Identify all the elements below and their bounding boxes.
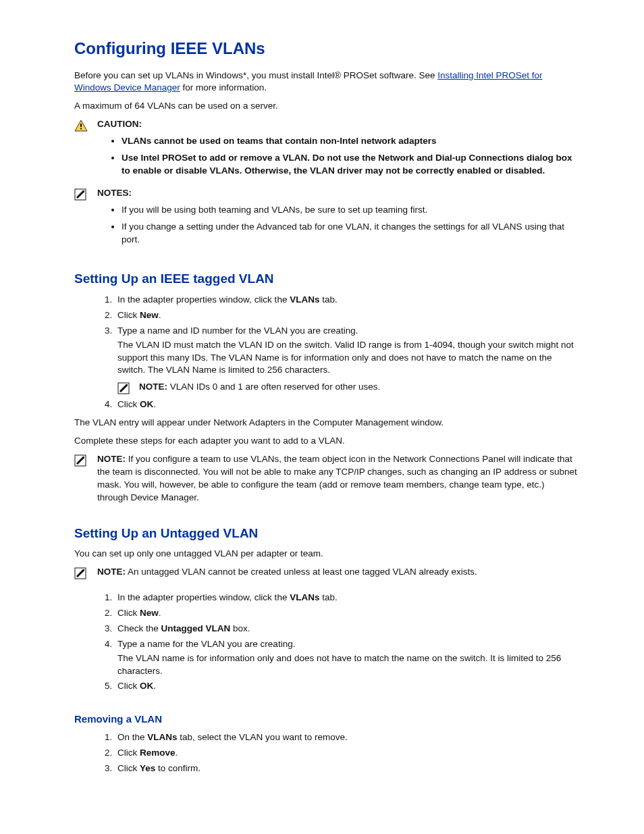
text: Click [117, 763, 140, 773]
text: Type a name and ID number for the VLAN y… [117, 325, 358, 336]
text: Click [117, 748, 140, 758]
note-label: NOTE: [97, 567, 126, 577]
max-vlans-text: A maximum of 64 VLANs can be used on a s… [74, 100, 578, 113]
list-item: If you change a setting under the Advanc… [122, 221, 578, 246]
text: Remove [140, 748, 176, 758]
note-icon [74, 566, 92, 579]
text: Click [117, 399, 140, 409]
inline-note: NOTE: VLAN IDs 0 and 1 are often reserve… [117, 381, 578, 394]
notes-callout: NOTES: If you will be using both teaming… [74, 187, 578, 251]
list-item: Use Intel PROSet to add or remove a VLAN… [122, 152, 578, 178]
list-item: VLANs cannot be used on teams that conta… [122, 135, 578, 148]
page-title: Configuring IEEE VLANs [74, 37, 578, 60]
text: . [153, 681, 156, 691]
list-item: Click Remove. [115, 747, 578, 760]
note-label: NOTE: [139, 382, 167, 392]
note-icon [74, 187, 92, 201]
list-item: Type a name and ID number for the VLAN y… [115, 325, 578, 395]
text: New [140, 310, 159, 320]
caution-icon [74, 118, 92, 132]
text: The VLAN name is for information only an… [117, 652, 578, 678]
text: VLANs [147, 732, 177, 742]
list-item: Type a name for the VLAN you are creatin… [115, 638, 578, 678]
text: for more information. [180, 82, 267, 93]
text: New [140, 608, 159, 618]
caution-callout: CAUTION: VLANs cannot be used on teams t… [74, 118, 578, 182]
text: Check the [117, 623, 161, 633]
text: Before you can set up VLANs in Windows*,… [74, 70, 437, 80]
text: Yes [140, 763, 155, 773]
note-icon [117, 381, 134, 394]
text: An untagged VLAN cannot be created unles… [126, 567, 477, 577]
text: Use Intel PROSet to add or remove a VLAN… [122, 153, 572, 176]
untagged-note-callout: NOTE: An untagged VLAN cannot be created… [74, 566, 578, 579]
text: The VLAN ID must match the VLAN ID on th… [117, 339, 578, 377]
team-note-callout: NOTE: If you configure a team to use VLA… [74, 453, 578, 504]
list-item: In the adapter properties window, click … [115, 294, 578, 307]
svg-rect-1 [80, 124, 82, 127]
list-item: On the VLANs tab, select the VLAN you wa… [115, 731, 578, 744]
list-item: Click New. [115, 607, 578, 620]
list-item: Click OK. [115, 680, 578, 693]
text: . [159, 608, 161, 618]
list-item: Check the Untagged VLAN box. [115, 623, 578, 635]
caution-label: CAUTION: [97, 119, 142, 129]
caution-list: VLANs cannot be used on teams that conta… [97, 135, 578, 178]
text: . [176, 748, 178, 758]
list-item: In the adapter properties window, click … [115, 592, 578, 604]
heading-tagged-vlan: Setting Up an IEEE tagged VLAN [74, 270, 578, 288]
untagged-steps: In the adapter properties window, click … [74, 592, 578, 693]
text: VLAN IDs 0 and 1 are often reserved for … [167, 382, 380, 392]
list-item: Click New. [115, 309, 578, 322]
list-item: Click OK. [115, 398, 578, 411]
text: On the [117, 732, 147, 742]
text: Click [117, 310, 140, 320]
text: In the adapter properties window, click … [117, 592, 290, 602]
text: VLANs [290, 592, 319, 602]
text: You can set up only one untagged VLAN pe… [74, 548, 578, 561]
text: . [153, 399, 156, 409]
text: to confirm. [155, 763, 200, 773]
text: box. [230, 623, 250, 633]
heading-untagged-vlan: Setting Up an Untagged VLAN [74, 525, 578, 543]
text: If you configure a team to use VLANs, th… [97, 454, 577, 502]
text: In the adapter properties window, click … [117, 294, 290, 305]
text: tab. [319, 294, 337, 305]
notes-list: If you will be using both teaming and VL… [97, 204, 578, 246]
heading-removing-vlan: Removing a VLAN [74, 712, 578, 726]
text: Click [117, 608, 140, 618]
remove-steps: On the VLANs tab, select the VLAN you wa… [74, 731, 578, 775]
text: VLANs cannot be used on teams that conta… [122, 136, 437, 146]
list-item: Click Yes to confirm. [115, 762, 578, 775]
text: VLANs [290, 294, 319, 305]
tagged-steps: In the adapter properties window, click … [74, 294, 578, 411]
note-label: NOTE: [97, 454, 126, 464]
text: OK [140, 681, 153, 691]
text: OK [140, 399, 153, 409]
text: Type a name for the VLAN you are creatin… [117, 639, 295, 649]
text: tab, select the VLAN you want to remove. [178, 732, 348, 742]
text: The VLAN entry will appear under Network… [74, 417, 578, 429]
intro-paragraph: Before you can set up VLANs in Windows*,… [74, 70, 578, 95]
text: Complete these steps for each adapter yo… [74, 435, 578, 448]
document-page: Configuring IEEE VLANs Before you can se… [0, 0, 644, 805]
notes-label: NOTES: [97, 188, 132, 198]
text: tab. [319, 592, 337, 602]
list-item: If you will be using both teaming and VL… [122, 204, 578, 217]
text: . [159, 310, 161, 320]
svg-rect-2 [80, 128, 82, 130]
note-icon [74, 453, 92, 467]
text: Untagged VLAN [161, 623, 231, 633]
text: Click [117, 681, 140, 691]
